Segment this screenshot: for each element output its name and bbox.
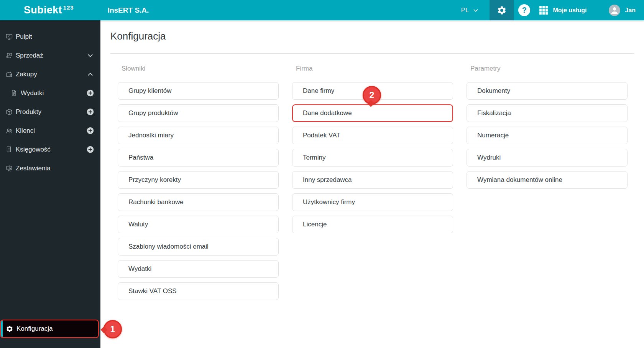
- user-menu[interactable]: Jan: [609, 5, 636, 16]
- config-tile-podatek-vat[interactable]: Podatek VAT: [292, 127, 453, 144]
- sidebar-item-produkty[interactable]: Produkty: [0, 102, 100, 121]
- main-content: Konfiguracja Słowniki Grupy klientów Gru…: [100, 20, 644, 348]
- gear-icon: [6, 325, 13, 333]
- sidebar-item-konfiguracja[interactable]: Konfiguracja: [0, 320, 99, 338]
- sidebar-item-label: Pulpit: [16, 33, 32, 41]
- chart-board-icon: [5, 165, 13, 172]
- sidebar-item-label: Zakupy: [16, 71, 37, 78]
- apps-grid-icon: [539, 6, 548, 15]
- sidebar-item-label: Produkty: [16, 108, 41, 116]
- settings-button[interactable]: [490, 0, 514, 20]
- config-tile-dokumenty[interactable]: Dokumenty: [467, 82, 628, 100]
- config-tile-rachunki-bankowe[interactable]: Rachunki bankowe: [118, 193, 279, 211]
- chevron-down-icon: [473, 7, 479, 13]
- user-avatar-icon: [609, 5, 620, 16]
- config-tile-licencje[interactable]: Licencje: [292, 216, 453, 233]
- ledger-icon: [5, 146, 13, 153]
- sidebar-item-label: Księgowość: [16, 146, 51, 153]
- config-tile-przyczyny-korekty[interactable]: Przyczyny korekty: [118, 171, 279, 189]
- gear-icon: [497, 5, 507, 15]
- plus-circle-icon[interactable]: [86, 89, 94, 97]
- brand-sup: 123: [63, 4, 74, 11]
- config-tile-wydruki[interactable]: Wydruki: [467, 149, 628, 167]
- config-tile-grupy-produktow[interactable]: Grupy produktów: [118, 104, 279, 122]
- config-tile-numeracje[interactable]: Numeracje: [467, 127, 628, 144]
- app-logo[interactable]: Subiekt123: [24, 4, 74, 16]
- sidebar-item-sprzedaz[interactable]: Sprzedaż: [0, 46, 100, 65]
- language-selector[interactable]: PL: [461, 7, 479, 14]
- config-tile-szablony-email[interactable]: Szablony wiadomości email: [118, 238, 279, 256]
- column-header: Słowniki: [118, 64, 279, 73]
- column-slowniki: Słowniki Grupy klientów Grupy produktów …: [118, 64, 279, 305]
- wallet-icon: [5, 71, 13, 78]
- config-tile-dane-dodatkowe[interactable]: Dane dodatkowe: [292, 104, 453, 122]
- language-label: PL: [461, 7, 469, 14]
- sidebar-item-label: Klienci: [16, 127, 35, 135]
- divider: [110, 53, 634, 54]
- sales-icon: [5, 52, 13, 59]
- company-name: InsERT S.A.: [108, 6, 149, 15]
- sidebar-item-zakupy[interactable]: Zakupy: [0, 65, 100, 84]
- sidebar-item-label: Wydatki: [21, 89, 44, 97]
- config-tile-jednostki-miary[interactable]: Jednostki miary: [118, 127, 279, 144]
- config-tile-fiskalizacja[interactable]: Fiskalizacja: [467, 104, 628, 122]
- sidebar-item-label: Sprzedaż: [16, 52, 43, 59]
- config-tile-terminy[interactable]: Terminy: [292, 149, 453, 167]
- chevron-up-icon[interactable]: [86, 70, 94, 78]
- help-button[interactable]: ?: [518, 4, 530, 16]
- sidebar-item-pulpit[interactable]: Pulpit: [0, 27, 100, 46]
- sidebar-item-label: Zestawienia: [16, 165, 51, 172]
- config-tile-stawki-vat-oss[interactable]: Stawki VAT OSS: [118, 282, 279, 300]
- config-tile-uzytkownicy-firmy[interactable]: Użytkownicy firmy: [292, 193, 453, 211]
- sidebar-item-label: Konfiguracja: [16, 325, 53, 333]
- sidebar-item-zestawienia[interactable]: Zestawienia: [0, 159, 100, 178]
- config-tile-inny-sprzedawca[interactable]: Inny sprzedawca: [292, 171, 453, 189]
- chevron-down-icon[interactable]: [86, 51, 94, 59]
- annotation-step-badge: 1: [104, 320, 122, 338]
- sidebar-item-klienci[interactable]: Klienci: [0, 121, 100, 140]
- topbar-actions: PL ? Moje usługi Jan: [461, 0, 644, 20]
- plus-circle-icon[interactable]: [86, 127, 94, 135]
- annotation-step-badge: 2: [363, 86, 381, 104]
- column-header: Parametry: [467, 64, 628, 73]
- document-icon: [10, 89, 18, 97]
- people-icon: [5, 127, 13, 135]
- config-tile-grupy-klientow[interactable]: Grupy klientów: [118, 82, 279, 100]
- config-tile-wymiana-dokumentow[interactable]: Wymiana dokumentów online: [467, 171, 628, 189]
- brand-text: Subiekt: [24, 4, 62, 16]
- column-parametry: Parametry Dokumenty Fiskalizacja Numerac…: [467, 64, 628, 305]
- sidebar: Pulpit Sprzedaż Zakupy Wydatki: [0, 20, 100, 348]
- config-tile-wydatki[interactable]: Wydatki: [118, 260, 279, 278]
- plus-circle-icon[interactable]: [86, 145, 94, 153]
- question-mark-icon: ?: [522, 6, 527, 15]
- sidebar-item-wydatki[interactable]: Wydatki: [0, 84, 100, 102]
- sidebar-item-ksiegowosc[interactable]: Księgowość: [0, 140, 100, 159]
- plus-circle-icon[interactable]: [86, 108, 94, 116]
- box-icon: [5, 108, 13, 116]
- my-services-button[interactable]: Moje usługi: [539, 6, 586, 15]
- topbar: Subiekt123 InsERT S.A. PL ? Moje usługi: [0, 0, 644, 20]
- page-title: Konfiguracja: [110, 29, 644, 43]
- column-header: Firma: [292, 64, 453, 73]
- sidebar-nav: Pulpit Sprzedaż Zakupy Wydatki: [0, 20, 100, 178]
- config-tile-panstwa[interactable]: Państwa: [118, 149, 279, 167]
- config-tile-waluty[interactable]: Waluty: [118, 216, 279, 233]
- desktop-icon: [5, 33, 13, 41]
- my-services-label: Moje usługi: [553, 7, 586, 14]
- user-name-label: Jan: [625, 7, 636, 14]
